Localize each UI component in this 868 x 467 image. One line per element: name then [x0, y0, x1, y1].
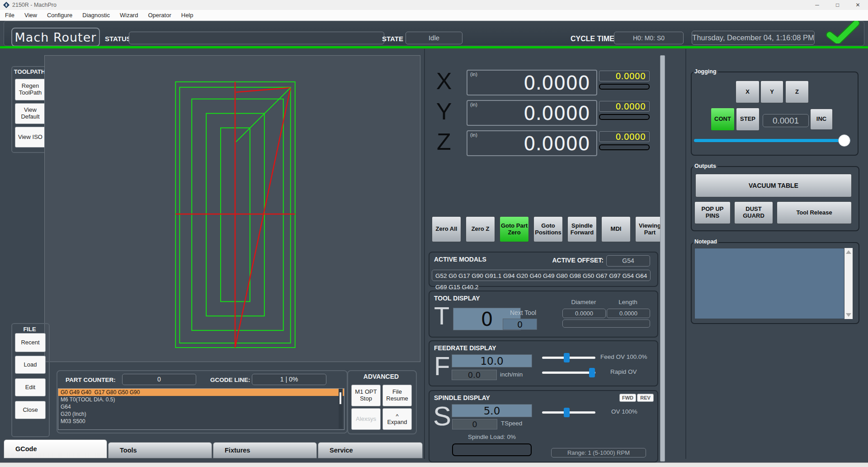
- jog-cont-button[interactable]: CONT: [711, 108, 735, 131]
- minimize-icon[interactable]: ─: [807, 0, 827, 10]
- m1-opt-stop-button[interactable]: M1 OPT Stop: [351, 385, 381, 406]
- axis-y-letter: Y: [430, 99, 458, 124]
- y-load-bar: [599, 114, 650, 120]
- jog-speed-slider-handle[interactable]: [838, 134, 850, 147]
- modal-string-field: G52 G0 G17 G90 G91.1 G94 G20 G40 G49 G80…: [432, 270, 651, 281]
- gcode-scroll-thumb[interactable]: [340, 392, 341, 404]
- popup-pins-button[interactable]: POP UP PINS: [694, 201, 731, 224]
- goto-part-zero-button[interactable]: Goto Part Zero: [500, 216, 529, 242]
- jog-speed-slider[interactable]: [694, 139, 850, 142]
- rapid-ov-slider[interactable]: [542, 372, 595, 374]
- file-load-button[interactable]: Load: [15, 356, 46, 374]
- maximize-icon[interactable]: □: [827, 0, 848, 10]
- tab-gcode[interactable]: GCode: [4, 439, 107, 458]
- vacuum-table-button[interactable]: VACUUM TABLE: [695, 174, 852, 197]
- goto-positions-button[interactable]: Goto Positions: [533, 216, 563, 242]
- tool-length-field[interactable]: 0.0000: [607, 309, 650, 318]
- dro-z[interactable]: (in) 0.0000: [467, 130, 597, 156]
- active-modals-title: ACTIVE MODALS: [434, 256, 486, 263]
- regen-toolpath-button[interactable]: Regen ToolPath: [15, 79, 46, 100]
- jog-x-button[interactable]: X: [736, 81, 760, 103]
- dro-z-value: 0.0000: [524, 133, 590, 155]
- gcode-line[interactable]: G0 G49 G40 G17 G80 G50 G90: [58, 389, 344, 396]
- jog-step-button[interactable]: STEP: [736, 108, 760, 131]
- cycle-time-field: H0: M0: S0: [614, 32, 684, 44]
- notepad-scrollbar[interactable]: [844, 248, 853, 319]
- close-icon[interactable]: ✕: [848, 0, 868, 10]
- tab-tools[interactable]: Tools: [108, 442, 212, 458]
- feedrate-units-label: inch/min: [500, 371, 523, 378]
- spindle-forward-button[interactable]: Spindle Forward: [567, 216, 597, 242]
- middle-scrollbar[interactable]: [660, 55, 665, 462]
- jog-inc-button[interactable]: INC: [810, 109, 833, 130]
- spindle-actual-field: 0: [452, 419, 497, 429]
- green-divider: [0, 46, 868, 48]
- cycle-time-label: CYCLE TIME: [571, 33, 614, 45]
- status-field: [129, 32, 384, 44]
- menu-file[interactable]: File: [0, 12, 19, 19]
- x-load-bar: [599, 84, 650, 90]
- gcode-list[interactable]: G0 G49 G40 G17 G80 G50 G90M6 T0(TOOL DIA…: [58, 388, 344, 430]
- spindle-display-panel: SPINDLE DISPLAY FWD REV S 5.0 0 TSpeed S…: [429, 390, 658, 462]
- menu-view[interactable]: View: [19, 12, 42, 19]
- menu-operator[interactable]: Operator: [143, 12, 176, 19]
- menu-diagnostic[interactable]: Diagnostic: [77, 12, 115, 19]
- tool-release-button[interactable]: Tool Release: [777, 201, 852, 224]
- spindle-ov-slider-handle[interactable]: [564, 408, 570, 417]
- dro-x[interactable]: (in) 0.0000: [467, 70, 597, 95]
- gcode-line-field: 1 | 0%: [252, 374, 326, 385]
- axis-x-letter: X: [430, 69, 458, 93]
- tool-diameter-field[interactable]: 0.0000: [562, 309, 606, 318]
- part-counter-label: PART COUNTER:: [66, 374, 116, 386]
- spindle-display-title: SPINDLE DISPLAY: [434, 394, 490, 401]
- zero-z-button[interactable]: Zero Z: [466, 216, 495, 242]
- gcode-line[interactable]: G20 (Inch): [58, 410, 344, 418]
- file-close-button[interactable]: Close: [15, 401, 46, 419]
- notepad-textarea[interactable]: [694, 248, 844, 319]
- file-resume-button[interactable]: File Resume: [382, 385, 412, 406]
- window-title: 2150R - MachPro: [12, 2, 57, 8]
- tab-fixtures[interactable]: Fixtures: [213, 442, 317, 458]
- spindle-ov-label: OV 100%: [611, 408, 637, 415]
- dro-y-value: 0.0000: [524, 102, 590, 124]
- active-offset-field[interactable]: G54: [606, 255, 650, 267]
- window-bottom-edge: [0, 462, 868, 467]
- menu-wizard[interactable]: Wizard: [115, 12, 143, 19]
- jog-z-button[interactable]: Z: [785, 81, 809, 103]
- left-middle-divider: [424, 49, 425, 459]
- rapid-ov-slider-handle[interactable]: [589, 368, 595, 377]
- tool-display-title: TOOL DISPLAY: [434, 295, 480, 302]
- feed-ov-slider[interactable]: [542, 357, 595, 359]
- scroll-down-icon[interactable]: [846, 313, 851, 317]
- file-recent-button[interactable]: Recent: [15, 333, 46, 352]
- gcode-line[interactable]: G64: [58, 403, 344, 410]
- mdi-button[interactable]: MDI: [601, 216, 631, 242]
- menu-configure[interactable]: Configure: [42, 12, 77, 19]
- tab-service[interactable]: Service: [318, 442, 423, 458]
- view-default-button[interactable]: View Default: [15, 103, 46, 124]
- spindle-rev-button[interactable]: REV: [637, 394, 654, 402]
- gcode-line[interactable]: M03 S500: [58, 418, 344, 425]
- jog-y-button[interactable]: Y: [760, 81, 783, 103]
- feed-ov-slider-handle[interactable]: [564, 353, 570, 362]
- dust-guard-button[interactable]: DUST GUARD: [734, 201, 773, 224]
- gcode-list-scrollbar[interactable]: [339, 389, 343, 429]
- dro-y[interactable]: (in) 0.0000: [467, 100, 597, 126]
- toolpath-viewport[interactable]: [44, 55, 420, 362]
- spindle-load-label: Spindle Load: 0%: [452, 434, 532, 440]
- menu-help[interactable]: Help: [176, 12, 198, 19]
- toolpath-drawing: [45, 56, 420, 362]
- expand-button[interactable]: ^ Expand: [382, 408, 412, 430]
- alexsys-button[interactable]: Alexsys: [351, 408, 381, 430]
- jog-increment-field[interactable]: 0.0001: [763, 114, 809, 127]
- view-iso-button[interactable]: View ISO: [15, 127, 46, 148]
- brand-logo: Mach Router: [11, 28, 100, 47]
- gcode-line[interactable]: M6 T0(TOOL DIA. 0.5): [58, 396, 344, 403]
- state-field: Idle: [406, 32, 462, 44]
- zero-all-button[interactable]: Zero All: [432, 216, 461, 242]
- status-ok-check-icon: [826, 21, 860, 43]
- spindle-ov-slider[interactable]: [542, 411, 595, 414]
- scroll-up-icon[interactable]: [846, 250, 851, 254]
- spindle-fwd-button[interactable]: FWD: [619, 394, 636, 402]
- file-edit-button[interactable]: Edit: [15, 378, 46, 396]
